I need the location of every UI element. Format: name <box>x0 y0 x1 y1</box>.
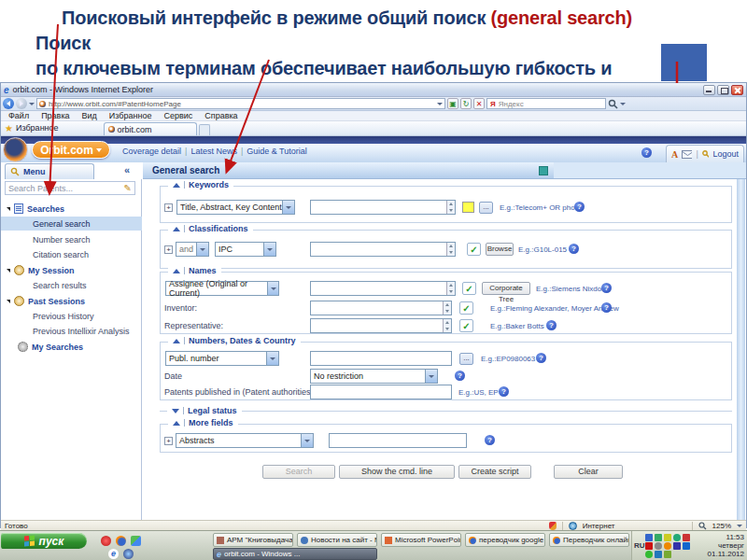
language-indicator[interactable]: RU <box>634 541 645 550</box>
menu-help[interactable]: Справка <box>204 111 237 120</box>
tray-icon[interactable] <box>664 534 671 541</box>
classifications-collapse-icon[interactable] <box>173 227 180 231</box>
keywords-help-icon[interactable]: ? <box>574 202 585 212</box>
keywords-more-button[interactable]: ... <box>479 202 493 214</box>
date-select[interactable]: No restriction <box>310 369 438 384</box>
tray-icon[interactable] <box>645 534 653 541</box>
classifications-expand-icon[interactable]: + <box>164 245 173 254</box>
inventor-check-button[interactable]: ✓ <box>459 301 473 315</box>
corporate-tree-button[interactable]: Corporate Tree <box>482 282 530 295</box>
search-magnifier-icon[interactable] <box>608 99 618 109</box>
history-dropdown-icon[interactable] <box>29 103 35 105</box>
minimize-button[interactable] <box>703 85 715 95</box>
assignee-check-button[interactable]: ✓ <box>462 282 476 295</box>
publ-number-select[interactable]: Publ. number <box>165 351 279 366</box>
sidebar-menu-tab[interactable]: Menu <box>5 163 94 179</box>
tray-icon[interactable] <box>673 534 681 541</box>
taskbar-button-translator2[interactable]: Переводчик онлайн ... <box>549 533 629 547</box>
back-button[interactable] <box>3 98 14 109</box>
authorities-help-icon[interactable]: ? <box>499 386 509 397</box>
tray-icon[interactable] <box>664 551 671 558</box>
more-fields-collapse-icon[interactable] <box>173 421 180 426</box>
tray-icon[interactable] <box>655 542 662 550</box>
classifications-operator-select[interactable]: and <box>176 242 209 257</box>
logout-link[interactable]: Logout <box>712 149 739 159</box>
sidebar-search-input[interactable]: Search Patents... ✎ <box>5 181 135 195</box>
url-field[interactable]: http://www.orbit.com/#PatentHomePage <box>36 98 445 109</box>
sidebar-item-search-results[interactable]: Search results <box>1 278 142 292</box>
taskbar-button-orbit-active[interactable]: eorbit.com - Windows ... <box>213 548 377 560</box>
status-zoom[interactable]: 125% <box>712 522 731 530</box>
date-help-icon[interactable]: ? <box>455 371 465 381</box>
sidebar-item-previous-history[interactable]: Previous History <box>1 309 142 323</box>
refresh-button[interactable]: ↻ <box>460 98 472 109</box>
title-bar-widget-icon[interactable] <box>539 166 548 175</box>
representative-check-button[interactable]: ✓ <box>459 319 473 332</box>
menu-edit[interactable]: Правка <box>41 111 69 120</box>
orbit-brand-button[interactable]: Orbit.com <box>32 141 110 159</box>
keywords-input[interactable] <box>310 200 456 215</box>
compatibility-icon[interactable]: ▣ <box>447 98 458 109</box>
taskbar-button-arm[interactable]: АРМ "Книговыдача" ... <box>213 533 293 547</box>
legal-expand-icon[interactable] <box>172 409 179 413</box>
quicklaunch-pictures-icon[interactable] <box>131 536 141 546</box>
menu-file[interactable]: Файл <box>8 111 29 120</box>
keywords-collapse-icon[interactable] <box>173 183 180 188</box>
start-button[interactable]: пуск <box>1 533 87 549</box>
taskbar-button-powerpoint[interactable]: Microsoft PowerPoint ... <box>381 533 461 547</box>
sidebar-item-number-search[interactable]: Number search <box>1 232 142 246</box>
tray-icon[interactable] <box>673 542 681 550</box>
classifications-field-select[interactable]: IPC <box>215 242 276 257</box>
browse-button[interactable]: Browse <box>486 243 514 256</box>
zoom-dropdown-icon[interactable] <box>737 525 742 527</box>
assignee-select[interactable]: Assignee (Original or Current) <box>165 281 279 296</box>
tray-icon[interactable] <box>645 551 653 558</box>
clear-button[interactable]: Clear <box>554 465 623 479</box>
inventor-help-icon[interactable]: ? <box>601 302 612 313</box>
forward-button[interactable] <box>16 98 27 109</box>
quicklaunch-opera-icon[interactable] <box>101 536 111 546</box>
create-script-button[interactable]: Create script <box>458 465 531 479</box>
mail-icon[interactable] <box>682 150 692 159</box>
orbit-swirl-logo-icon[interactable] <box>3 137 28 162</box>
representative-help-icon[interactable]: ? <box>546 320 557 330</box>
favorites-label[interactable]: Избранное <box>16 123 59 133</box>
nav-coverage-detail[interactable]: Coverage detail <box>122 147 181 156</box>
highlight-color-swatch[interactable] <box>462 202 474 213</box>
representative-input[interactable] <box>310 318 452 333</box>
tray-icon[interactable] <box>683 542 690 550</box>
sidebar-item-my-searches[interactable]: My Searches <box>1 340 142 354</box>
authorities-input[interactable] <box>310 385 452 399</box>
tray-icon[interactable] <box>655 534 662 541</box>
content-scrollbar[interactable] <box>737 179 745 520</box>
taskbar-button-news[interactable]: Новости на сайт - M... <box>297 533 377 547</box>
classifications-input[interactable] <box>310 242 456 257</box>
window-titlebar[interactable]: e orbit.com - Windows Internet Explorer <box>1 83 746 97</box>
menu-tools[interactable]: Сервис <box>163 111 192 120</box>
assignee-help-icon[interactable]: ? <box>601 283 612 293</box>
inventor-input[interactable] <box>310 301 452 315</box>
quicklaunch-msn-icon[interactable] <box>123 549 134 559</box>
close-button[interactable] <box>731 85 743 95</box>
sidebar-item-general-search[interactable]: General search <box>1 217 142 231</box>
search-options-dropdown-icon[interactable] <box>620 103 626 105</box>
classifications-check-button[interactable]: ✓ <box>467 243 481 256</box>
quicklaunch-ie-icon[interactable]: e <box>108 549 119 559</box>
restore-button[interactable] <box>717 85 729 95</box>
keywords-expand-icon[interactable]: + <box>164 203 173 212</box>
publ-number-more-button[interactable]: ... <box>459 353 473 365</box>
quicklaunch-firefox-icon[interactable] <box>116 536 126 546</box>
menu-view[interactable]: Вид <box>82 111 97 120</box>
tray-icon[interactable] <box>664 542 671 550</box>
keywords-field-select[interactable]: Title, Abstract, Key Content <box>176 200 295 215</box>
sidebar-item-my-session[interactable]: My Session <box>1 263 142 277</box>
names-collapse-icon[interactable] <box>173 269 180 273</box>
publ-number-help-icon[interactable]: ? <box>536 353 546 363</box>
search-button[interactable]: Search <box>262 465 335 479</box>
sidebar-item-citation-search[interactable]: Citation search <box>1 247 142 261</box>
show-cmd-line-button[interactable]: Show the cmd. line <box>339 465 455 479</box>
new-tab-stub[interactable] <box>199 124 210 135</box>
menu-favorites[interactable]: Избранное <box>109 111 152 120</box>
tray-icon[interactable] <box>683 534 690 541</box>
more-fields-help-icon[interactable]: ? <box>485 435 495 445</box>
